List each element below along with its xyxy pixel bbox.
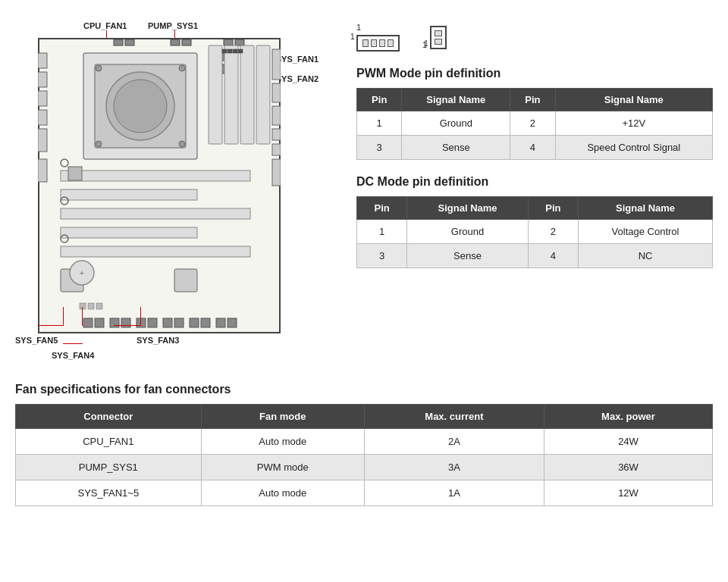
sys-fan5-label: SYS_FAN5: [15, 336, 58, 345]
sys-fan3-label: SYS_FAN3: [136, 336, 179, 345]
svg-rect-29: [61, 171, 250, 181]
2pin-connector-icon: [430, 26, 447, 49]
pwm-r2-pin-b: 4: [510, 136, 555, 160]
svg-rect-50: [190, 318, 199, 327]
svg-rect-49: [174, 318, 184, 327]
svg-rect-7: [114, 39, 123, 45]
spec-r2-power: 36W: [544, 455, 713, 480]
sys-fan5-line-v: [63, 307, 64, 326]
svg-rect-53: [228, 318, 237, 327]
svg-rect-51: [201, 318, 210, 327]
spec-col4-header: Max. power: [544, 405, 713, 429]
svg-rect-59: [272, 106, 281, 125]
4pin-connector-icon: [356, 35, 400, 52]
sys-fan4-label: SYS_FAN4: [52, 351, 94, 360]
spec-r2-connector: PUMP_SYS1: [16, 455, 202, 480]
spec-header-row: Connector Fan mode Max. current Max. pow…: [16, 405, 713, 429]
dc-col2-header: Signal Name: [407, 197, 528, 220]
4pin-label: 1: [356, 23, 361, 32]
board-svg: +: [38, 38, 281, 333]
pwm-row-2: 3 Sense 4 Speed Control Signal: [357, 136, 713, 160]
pin1: [362, 39, 369, 47]
sys-fan4-line-v: [82, 307, 83, 326]
svg-rect-52: [216, 318, 225, 327]
pin4: [388, 39, 394, 47]
dc-r2-pin-a: 3: [357, 244, 407, 268]
svg-rect-66: [238, 49, 243, 53]
svg-rect-4: [38, 110, 47, 125]
spec-r2-current: 3A: [364, 455, 544, 480]
dc-row-1: 1 Ground 2 Voltage Control: [357, 220, 713, 244]
spec-col3-header: Max. current: [364, 405, 544, 429]
pump-sys1-label: PUMP_SYS1: [148, 21, 198, 30]
pwm-col4-header: Signal Name: [555, 89, 712, 111]
spec-r2-mode: PWM mode: [201, 455, 364, 480]
svg-rect-43: [95, 318, 104, 327]
svg-rect-48: [163, 318, 172, 327]
svg-rect-30: [61, 189, 197, 200]
spec-r3-power: 12W: [544, 480, 713, 506]
pwm-r2-pin-a: 3: [357, 136, 402, 160]
svg-rect-5: [38, 129, 47, 152]
spec-col2-header: Fan mode: [201, 405, 364, 429]
4pin-connector-icon-wrap: 1: [356, 23, 400, 52]
svg-rect-8: [125, 39, 134, 45]
pwm-r2-sig-a: Sense: [402, 136, 510, 160]
spec-row-3: SYS_FAN1~5 Auto mode 1A 12W: [16, 480, 713, 506]
2pin-connector-icon-wrap: 1: [422, 26, 447, 49]
pwm-col1-header: Pin: [357, 89, 402, 111]
svg-rect-64: [228, 49, 232, 53]
dc-r2-pin-b: 4: [528, 244, 578, 268]
svg-rect-62: [272, 159, 281, 186]
svg-rect-47: [148, 318, 157, 327]
pwm-row-1: 1 Ground 2 +12V: [357, 111, 713, 136]
svg-rect-61: [272, 144, 281, 155]
dc-r1-pin-a: 1: [357, 220, 407, 244]
svg-rect-65: [233, 49, 237, 53]
svg-point-25: [96, 65, 102, 71]
svg-text:+: +: [80, 269, 84, 277]
svg-rect-56: [96, 303, 102, 309]
svg-rect-57: [272, 49, 281, 80]
dc-r1-pin-b: 2: [528, 220, 578, 244]
vpin2: [435, 39, 442, 45]
spec-r1-current: 2A: [364, 429, 544, 455]
motherboard-diagram-panel: CPU_FAN1 PUMP_SYS1 SYS_FAN1 SYS_FAN2: [15, 15, 334, 364]
svg-rect-2: [38, 72, 47, 87]
svg-point-24: [114, 80, 167, 133]
fan-spec-section: Fan specifications for fan connectors Co…: [15, 383, 713, 506]
svg-rect-36: [174, 269, 197, 292]
spec-r3-current: 1A: [364, 480, 544, 506]
svg-point-26: [179, 65, 185, 71]
spec-row-1: CPU_FAN1 Auto mode 2A 24W: [16, 429, 713, 455]
svg-rect-17: [209, 45, 222, 144]
svg-rect-63: [222, 49, 227, 53]
pin3: [379, 39, 385, 47]
pwm-table: Pin Signal Name Pin Signal Name 1 Ground…: [356, 88, 713, 160]
svg-rect-33: [61, 246, 250, 257]
dc-col3-header: Pin: [528, 197, 578, 220]
spec-r1-mode: Auto mode: [201, 429, 364, 455]
sys-fan3-line-v: [140, 307, 141, 326]
svg-rect-55: [88, 303, 94, 309]
pwm-section-title: PWM Mode pin definition: [356, 67, 713, 80]
pwm-col2-header: Signal Name: [402, 89, 510, 111]
sys-fan5-line-h: [38, 325, 64, 326]
svg-rect-34: [68, 167, 82, 180]
pwm-r2-sig-b: Speed Control Signal: [555, 136, 712, 160]
fan-spec-title: Fan specifications for fan connectors: [15, 383, 713, 396]
svg-rect-32: [61, 227, 197, 238]
svg-rect-9: [171, 39, 180, 45]
spec-r3-connector: SYS_FAN1~5: [16, 480, 202, 506]
svg-rect-54: [80, 303, 86, 309]
spec-col1-header: Connector: [16, 405, 202, 429]
svg-rect-1: [38, 53, 47, 68]
dc-r1-sig-a: Ground: [407, 220, 528, 244]
cpu-fan1-label: CPU_FAN1: [83, 21, 127, 30]
sys-fan2-label: SYS_FAN2: [276, 74, 318, 83]
svg-rect-19: [240, 45, 254, 144]
svg-rect-6: [38, 159, 47, 182]
svg-point-28: [179, 141, 185, 147]
dc-r2-sig-a: Sense: [407, 244, 528, 268]
sys-fan3-line-h: [114, 325, 141, 326]
